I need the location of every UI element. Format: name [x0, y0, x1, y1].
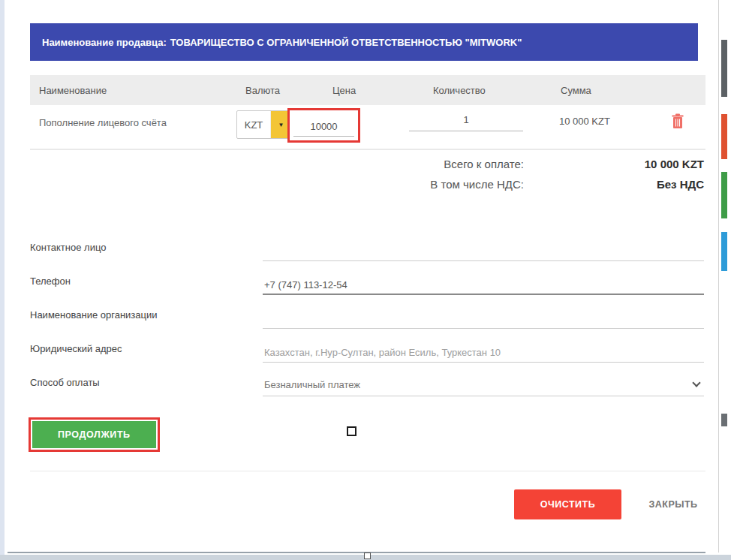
vat-value: Без НДС [524, 178, 704, 191]
price-input[interactable] [293, 121, 354, 137]
row-sum-value: 10 000 KZT [559, 116, 610, 127]
seller-header-bar: Наименование продавца: ТОВАРИЩЕСТВО С ОГ… [30, 23, 698, 61]
background-tab-fragment-dark[interactable] [721, 40, 727, 97]
col-header-sum: Сумма [561, 85, 681, 96]
vat-label: В том числе НДС: [430, 178, 524, 191]
organization-label: Наименование организации [30, 309, 157, 321]
form-row-contact: Контактное лицо [30, 234, 704, 268]
checkout-modal: Наименование продавца: ТОВАРИЩЕСТВО С ОГ… [0, 0, 731, 560]
form-row-organization: Наименование организации [30, 302, 704, 336]
seller-name: ТОВАРИЩЕСТВО С ОГРАНИЧЕННОЙ ОТВЕТСТВЕННО… [170, 37, 522, 48]
contact-person-input[interactable] [263, 234, 704, 261]
background-tab-fragment-red[interactable] [721, 114, 727, 159]
chevron-down-icon [692, 378, 700, 387]
payment-method-select[interactable]: Безналичный платеж [263, 369, 704, 396]
col-header-name: Наименование [30, 85, 245, 96]
col-header-currency: Валюта [245, 85, 332, 96]
form-row-payment: Способ оплаты Безналичный платеж [30, 369, 704, 403]
modal-right-border [718, 0, 719, 552]
currency-select[interactable]: KZT ▼ [236, 110, 292, 139]
product-name: Пополнение лицевого счёта [39, 117, 167, 128]
continue-highlight-box: ПРОДОЛЖИТЬ [29, 417, 160, 452]
section-divider [30, 149, 705, 150]
confirmation-checkbox[interactable] [347, 426, 356, 436]
legal-address-label: Юридический адрес [30, 343, 122, 354]
window-left-edge [0, 0, 5, 560]
col-header-quantity: Количество [433, 85, 561, 96]
col-header-price: Цена [332, 85, 433, 96]
footer-divider [30, 471, 705, 471]
modal-bottom-border [8, 552, 705, 553]
delete-row-button[interactable] [669, 113, 687, 132]
organization-input[interactable] [263, 302, 704, 329]
total-due-label: Всего к оплате: [444, 158, 524, 170]
close-button[interactable]: ЗАКРЫТЬ [639, 489, 707, 519]
scrollbar-handle[interactable] [364, 552, 371, 559]
price-highlight-box [287, 108, 360, 143]
seller-label: Наименование продавца: [42, 37, 167, 48]
background-fragment-small [721, 414, 727, 426]
trash-icon [671, 113, 684, 129]
phone-input[interactable] [263, 268, 704, 295]
totals-block: Всего к оплате: 10 000 KZT В том числе Н… [30, 158, 704, 198]
currency-value: KZT [237, 111, 271, 138]
quantity-input[interactable] [409, 114, 523, 131]
total-due-value: 10 000 KZT [524, 158, 704, 170]
payment-method-label: Способ оплаты [30, 377, 100, 388]
items-table-header: Наименование Валюта Цена Количество Сумм… [30, 75, 705, 105]
phone-label: Телефон [30, 275, 71, 287]
table-row: Пополнение лицевого счёта KZT ▼ 10 000 K… [30, 105, 705, 149]
contact-person-label: Контактное лицо [30, 242, 106, 253]
form-row-address: Юридический адрес [30, 336, 704, 369]
clear-button[interactable]: ОЧИСТИТЬ [514, 489, 621, 519]
background-tab-fragment-green[interactable] [721, 172, 727, 218]
legal-address-input[interactable] [263, 336, 704, 363]
continue-button[interactable]: ПРОДОЛЖИТЬ [32, 421, 156, 448]
background-tab-fragment-blue[interactable] [721, 232, 727, 271]
billing-form: Контактное лицо Телефон Наименование орг… [30, 234, 704, 403]
payment-method-value: Безналичный платеж [264, 379, 360, 390]
form-row-phone: Телефон [30, 268, 704, 302]
